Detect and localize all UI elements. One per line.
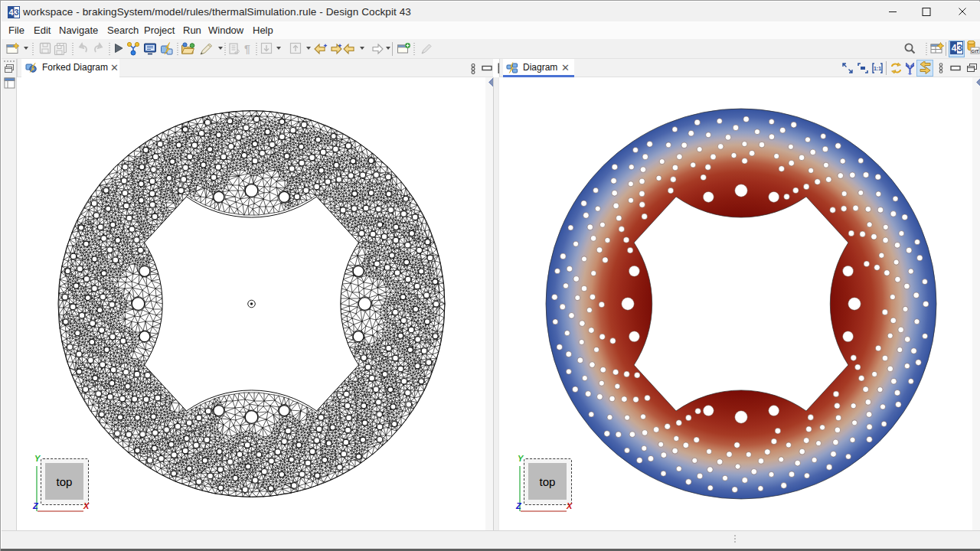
svg-text:3: 3: [957, 43, 962, 54]
svg-text:GIT: GIT: [972, 49, 979, 54]
svg-text:4: 4: [952, 43, 957, 54]
svg-text:1:1: 1:1: [874, 66, 881, 71]
svg-text:X: X: [566, 501, 573, 510]
svg-text:Y: Y: [34, 454, 41, 463]
svg-text:Z: Z: [32, 501, 39, 510]
svg-text:3: 3: [15, 8, 19, 17]
svg-text:Y: Y: [518, 454, 524, 463]
svg-text:Z: Z: [515, 501, 522, 510]
svg-text:X: X: [83, 501, 90, 510]
svg-text:4: 4: [9, 8, 15, 17]
